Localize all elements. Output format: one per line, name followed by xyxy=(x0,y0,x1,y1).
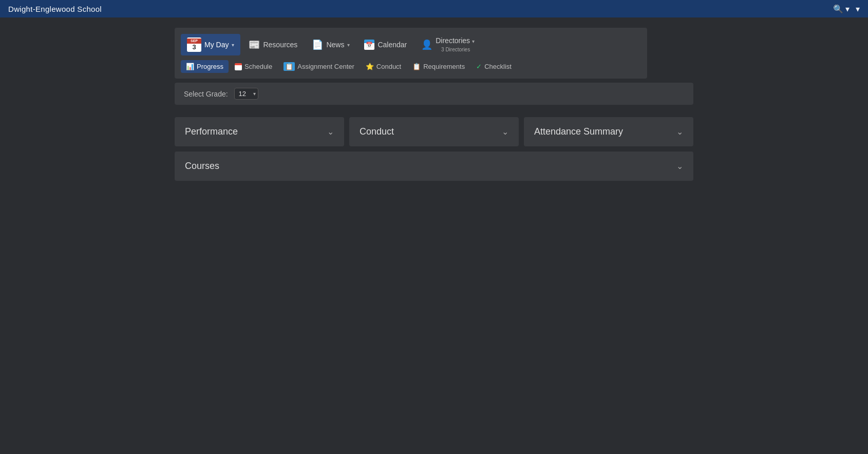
schedule-button[interactable]: Schedule xyxy=(230,60,277,73)
performance-panel-title: Performance xyxy=(185,126,238,137)
conduct-label: Conduct xyxy=(376,63,401,70)
news-icon: 📄 xyxy=(312,39,323,50)
grade-select[interactable]: 9 10 11 12 xyxy=(234,88,258,100)
grade-select-wrapper: 9 10 11 12 ▾ xyxy=(234,88,258,100)
my-day-button[interactable]: SEP 3 My Day ▾ xyxy=(181,34,240,55)
checklist-icon: ✓ xyxy=(476,63,482,70)
progress-label: Progress xyxy=(197,63,223,70)
directories-button[interactable]: 👤 Directories ▾ 3 Directories xyxy=(415,33,481,56)
news-dropdown-icon: ▾ xyxy=(347,42,350,48)
conduct-panel[interactable]: Conduct ⌄ xyxy=(349,117,519,146)
resources-icon: 📰 xyxy=(249,39,260,50)
performance-chevron-icon: ⌄ xyxy=(327,127,334,137)
directories-dropdown-icon: ▾ xyxy=(472,39,475,44)
my-day-calendar-icon: SEP 3 xyxy=(187,37,201,52)
checklist-label: Checklist xyxy=(484,63,512,70)
conduct-chevron-icon: ⌄ xyxy=(502,127,508,137)
attendance-summary-chevron-icon: ⌄ xyxy=(676,127,683,137)
my-day-label: My Day xyxy=(204,41,229,49)
main-content: SEP 3 My Day ▾ 📰 Resources 📄 News ▾ xyxy=(0,17,868,191)
attendance-summary-panel-title: Attendance Summary xyxy=(534,126,623,137)
performance-panel[interactable]: Performance ⌄ xyxy=(175,117,344,146)
courses-panel[interactable]: Courses ⌄ xyxy=(175,152,693,181)
grade-selector-bar: Select Grade: 9 10 11 12 ▾ xyxy=(175,83,693,105)
directories-icon: 👤 xyxy=(421,39,432,50)
top-bar: Dwight-Englewood School 🔍 ▾ ▾ xyxy=(0,0,868,17)
directories-label: Directories ▾ 3 Directories xyxy=(436,36,475,53)
calendar-icon: 📅 xyxy=(364,40,374,50)
schedule-label: Schedule xyxy=(244,63,272,70)
top-bar-actions: 🔍 ▾ ▾ xyxy=(833,4,860,14)
requirements-icon: 📋 xyxy=(412,63,421,70)
news-button[interactable]: 📄 News ▾ xyxy=(306,35,356,54)
checklist-button[interactable]: ✓ Checklist xyxy=(471,60,517,73)
assignment-center-label: Assignment Center xyxy=(297,63,354,70)
calendar-button[interactable]: 📅 Calendar xyxy=(358,36,413,53)
panels-row-1: Performance ⌄ Conduct ⌄ Attendance Summa… xyxy=(175,117,693,146)
my-day-dropdown-icon: ▾ xyxy=(232,42,234,48)
panels-wrapper: Performance ⌄ Conduct ⌄ Attendance Summa… xyxy=(175,117,693,181)
news-label: News xyxy=(326,41,344,49)
school-name: Dwight-Englewood School xyxy=(8,5,102,13)
assignment-center-button[interactable]: 📋 Assignment Center xyxy=(278,60,360,73)
attendance-summary-panel[interactable]: Attendance Summary ⌄ xyxy=(524,117,693,146)
calendar-label: Calendar xyxy=(378,41,407,49)
secondary-nav: 📊 Progress Schedule 📋 Assignment Center … xyxy=(181,60,641,73)
conduct-panel-title: Conduct xyxy=(360,126,394,137)
assignment-center-icon: 📋 xyxy=(284,62,295,71)
conduct-nav-button[interactable]: ⭐ Conduct xyxy=(361,60,406,73)
user-menu-icon[interactable]: ▾ xyxy=(856,4,860,14)
resources-label: Resources xyxy=(263,41,297,49)
progress-icon: 📊 xyxy=(186,63,194,70)
search-icon[interactable]: 🔍 ▾ xyxy=(833,4,850,14)
courses-panel-title: Courses xyxy=(185,161,219,172)
courses-chevron-icon: ⌄ xyxy=(676,161,683,171)
schedule-icon xyxy=(235,63,242,70)
nav-container: SEP 3 My Day ▾ 📰 Resources 📄 News ▾ xyxy=(175,28,693,181)
requirements-label: Requirements xyxy=(423,63,465,70)
conduct-icon: ⭐ xyxy=(366,63,374,70)
progress-button[interactable]: 📊 Progress xyxy=(181,60,229,73)
requirements-button[interactable]: 📋 Requirements xyxy=(407,60,470,73)
primary-nav: SEP 3 My Day ▾ 📰 Resources 📄 News ▾ xyxy=(175,28,647,79)
grade-label: Select Grade: xyxy=(184,90,228,98)
resources-button[interactable]: 📰 Resources xyxy=(242,35,304,54)
